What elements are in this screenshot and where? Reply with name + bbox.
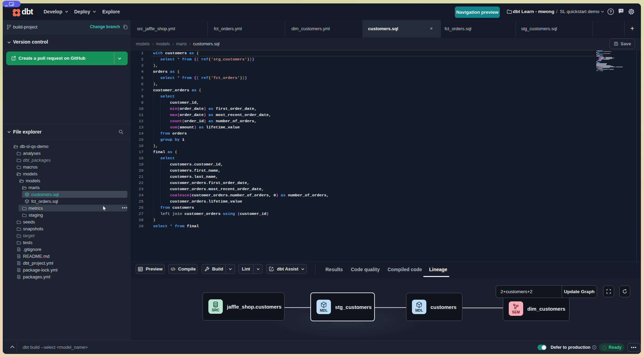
svg-text:?: ? [609, 10, 612, 14]
svg-text:?: ? [594, 346, 595, 349]
